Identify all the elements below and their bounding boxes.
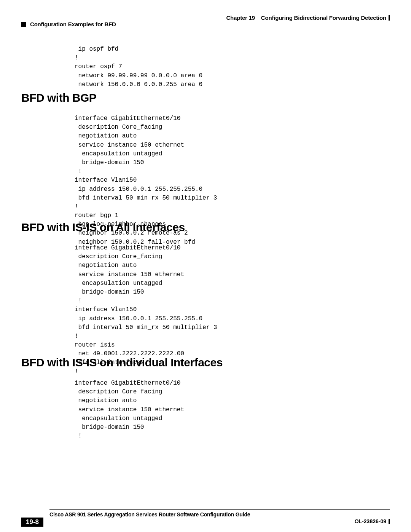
code-block-isis-individual: interface GigabitEthernet0/10 descriptio…: [75, 379, 390, 441]
section-title: Configuration Examples for BFD: [30, 21, 116, 27]
doc-id-text: OL-23826-09: [355, 518, 386, 524]
chapter-label: Chapter 19: [226, 14, 255, 21]
heading-bfd-isis-all: BFD with IS-IS on All Interfaces: [21, 221, 390, 234]
page-number-badge: 19-8: [21, 518, 43, 527]
footer-guide-title: Cisco ASR 901 Series Aggregation Service…: [49, 511, 250, 518]
heading-bfd-isis-individual: BFD with IS-IS on Individual Interfaces: [21, 356, 390, 369]
running-header-right: Chapter 19 Configuring Bidirectional For…: [226, 14, 390, 21]
page-footer: Cisco ASR 901 Series Aggregation Service…: [0, 509, 411, 532]
footer-rule-icon: [49, 509, 390, 510]
code-block-intro: ip ospf bfd ! router ospf 7 network 99.9…: [75, 45, 390, 89]
footer-bar-icon: [389, 519, 390, 524]
chapter-title: Configuring Bidirectional Forwarding Det…: [261, 14, 386, 21]
footer-doc-id: OL-23826-09: [355, 518, 390, 524]
header-bar-icon: [389, 15, 390, 21]
running-header-left: Configuration Examples for BFD: [21, 21, 116, 27]
section-marker-icon: [21, 22, 26, 27]
heading-bfd-bgp: BFD with BGP: [21, 91, 390, 104]
